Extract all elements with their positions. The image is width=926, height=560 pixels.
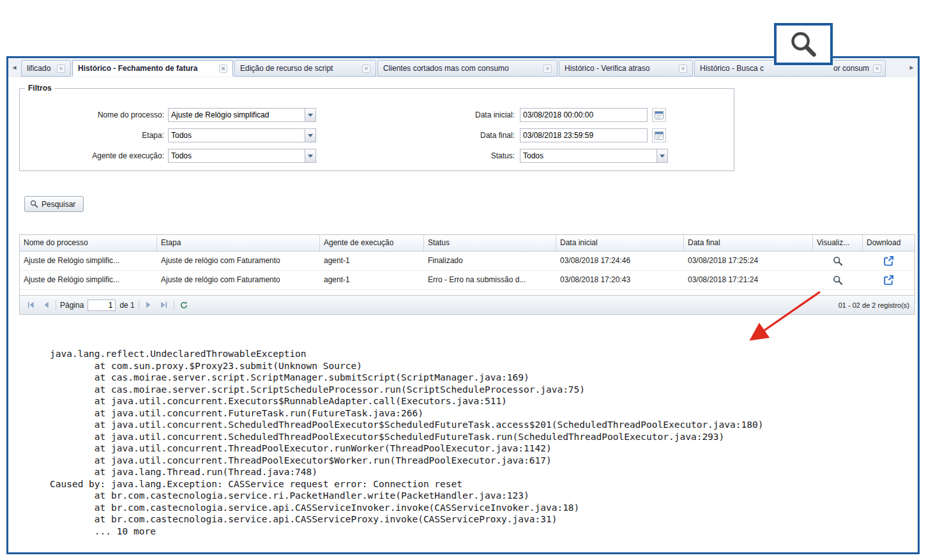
cell-status: Erro - Erro na submissão d... [424, 271, 556, 289]
cell-status: Finalizado [424, 252, 556, 270]
column-header-visualizar[interactable]: Visualiz... [813, 235, 863, 251]
stack-trace-text: java.lang.reflect.UndeclaredThrowableExc… [50, 348, 763, 537]
data-inicial-input[interactable] [520, 108, 648, 122]
cell-data-inicial: 03/08/2018 17:24:46 [556, 252, 684, 270]
tab-edicao-de-recurso-de-script[interactable]: Edição de recurso de script × [234, 60, 376, 77]
cell-etapa: Ajuste de relógio com Faturamento [157, 252, 320, 270]
cell-data-final: 03/08/2018 17:21:24 [684, 271, 813, 289]
tab-clientes-cortados-com-consumo[interactable]: Clientes cortados mas com consumo × [377, 60, 558, 77]
etapa-combo[interactable]: Todos [168, 128, 316, 142]
magnifier-callout [774, 23, 833, 65]
nome-processo-combo[interactable]: Ajuste de Relógio simplificad [168, 108, 316, 122]
tab-label: Edição de recurso de script [240, 64, 358, 73]
data-final-label: Data final: [377, 128, 515, 142]
chevron-down-icon[interactable] [657, 149, 667, 162]
column-header-etapa[interactable]: Etapa [157, 235, 320, 251]
status-label: Status: [377, 149, 515, 163]
table-row[interactable]: Ajuste de Relógio simplific... Ajuste de… [20, 252, 915, 271]
cell-nome: Ajuste de Relógio simplific... [20, 271, 157, 289]
cell-data-final: 03/08/2018 17:25:24 [684, 252, 813, 270]
data-final-input[interactable] [520, 128, 648, 142]
previous-page-button[interactable] [40, 299, 52, 311]
first-page-button[interactable] [25, 299, 36, 311]
etapa-label: Etapa: [20, 128, 164, 142]
status-combo[interactable]: Todos [520, 149, 668, 163]
status-value: Todos [523, 149, 655, 162]
magnifier-icon [789, 30, 817, 58]
tab-close-icon[interactable]: × [873, 64, 881, 73]
nome-processo-label: Nome do processo: [20, 108, 164, 122]
calendar-icon[interactable] [652, 108, 666, 122]
column-header-status[interactable]: Status [424, 235, 556, 251]
tab-historico-fechamento-de-fatura[interactable]: Histórico - Fechamento de fatura × [72, 60, 233, 77]
last-page-button[interactable] [158, 299, 170, 311]
chevron-down-icon[interactable] [305, 109, 315, 121]
table-row[interactable]: Ajuste de Relógio simplific... Ajuste de… [20, 271, 915, 290]
app-window: ◄ lificado × Histórico - Fechamento de f… [6, 56, 920, 554]
tab-label: lificado [27, 64, 53, 73]
grid-header: Nome do processo Etapa Agente de execuçã… [20, 235, 915, 252]
agente-execucao-combo[interactable]: Todos [168, 149, 316, 163]
tab-label: Histórico - Fechamento de fatura [78, 64, 215, 73]
pesquisar-label: Pesquisar [42, 200, 75, 209]
tab-label-fragment: Histórico - Busca c [700, 64, 764, 73]
results-grid: Nome do processo Etapa Agente de execuçã… [19, 234, 915, 315]
next-page-button[interactable] [143, 299, 155, 311]
toolbar-separator [174, 300, 174, 310]
tab-label-fragment: or consum [833, 64, 869, 73]
record-count-summary: 01 - 02 de 2 registro(s) [839, 301, 909, 309]
toolbar-separator [139, 300, 139, 310]
grid-body-filler [20, 290, 915, 295]
column-header-download[interactable]: Download [863, 235, 914, 251]
pesquisar-button[interactable]: Pesquisar [24, 196, 84, 212]
pagina-label: Página [60, 301, 84, 310]
cell-data-inicial: 03/08/2018 17:20:43 [556, 271, 684, 289]
column-header-data-final[interactable]: Data final [684, 235, 813, 251]
column-header-data-inicial[interactable]: Data inicial [556, 235, 684, 251]
page-count-label: de 1 [119, 301, 134, 310]
column-header-nome-processo[interactable]: Nome do processo [20, 235, 157, 251]
tabs-strip: lificado × Histórico - Fechamento de fat… [21, 60, 905, 77]
cell-agente: agent-1 [320, 252, 424, 270]
data-inicial-label: Data inicial: [377, 108, 515, 122]
toolbar-separator [56, 300, 56, 310]
nome-processo-value: Ajuste de Relógio simplificad [171, 109, 303, 121]
calendar-icon[interactable] [652, 128, 666, 142]
tab-simplificado[interactable]: lificado × [21, 60, 71, 77]
visualizar-magnifier-icon[interactable] [813, 252, 863, 270]
refresh-icon[interactable] [178, 299, 190, 311]
tab-close-icon[interactable]: × [57, 64, 65, 73]
download-export-icon[interactable] [863, 252, 914, 270]
agente-execucao-label: Agente de execução: [20, 149, 164, 163]
tab-close-icon[interactable]: × [219, 64, 227, 73]
search-icon [30, 200, 38, 208]
tab-historico-verifica-atraso[interactable]: Histórico - Verifica atraso × [559, 60, 693, 77]
tab-close-icon[interactable]: × [679, 64, 687, 73]
agente-execucao-value: Todos [171, 149, 303, 162]
page-number-input[interactable] [87, 299, 116, 311]
cell-nome: Ajuste de Relógio simplific... [20, 252, 157, 270]
screenshot-canvas: ◄ lificado × Histórico - Fechamento de f… [0, 0, 926, 560]
filters-panel: Filtros Nome do processo: Ajuste de Reló… [19, 88, 734, 171]
cell-etapa: Ajuste de relógio com Faturamento [157, 271, 320, 289]
tab-label: Histórico - Verifica atraso [565, 64, 675, 73]
tab-close-icon[interactable]: × [362, 64, 370, 73]
tab-label: Clientes cortados mas com consumo [383, 64, 540, 73]
download-export-icon[interactable] [863, 271, 914, 289]
cell-agente: agent-1 [320, 271, 424, 289]
paging-toolbar: Página de 1 01 - 02 de 2 registro [20, 295, 915, 314]
etapa-value: Todos [171, 129, 303, 142]
tab-scroll-right-button[interactable]: ► [906, 58, 918, 77]
column-header-agente[interactable]: Agente de execução [320, 235, 424, 251]
chevron-down-icon[interactable] [305, 129, 315, 142]
visualizar-magnifier-icon[interactable] [813, 271, 863, 289]
filters-legend: Filtros [25, 84, 55, 93]
chevron-down-icon[interactable] [305, 149, 315, 162]
tab-close-icon[interactable]: × [543, 64, 552, 73]
tab-scroll-left-button[interactable]: ◄ [8, 58, 20, 77]
